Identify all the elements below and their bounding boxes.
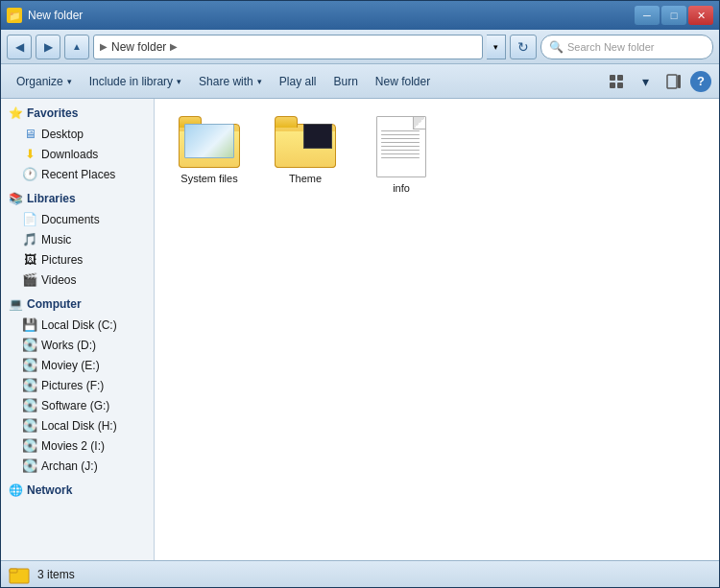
burn-label: Burn <box>333 75 357 88</box>
help-button[interactable]: ? <box>690 71 711 92</box>
include-library-button[interactable]: Include in library ▾ <box>82 68 189 95</box>
up-button[interactable]: ▲ <box>64 35 89 59</box>
preview-pane-button[interactable] <box>661 69 686 94</box>
sidebar-item-software-g[interactable]: 💽 Software (G:) <box>1 395 154 415</box>
favorites-section: ⭐ Favorites 🖥 Desktop ⬇ Downloads 🕐 Rece… <box>1 103 154 184</box>
share-with-arrow: ▾ <box>257 77 262 86</box>
recent-icon: 🕐 <box>22 167 37 181</box>
favorites-label: Favorites <box>27 106 78 120</box>
disk-h-icon: 💽 <box>22 418 37 433</box>
path-label: New folder <box>111 40 166 54</box>
doc-line-1 <box>381 130 420 131</box>
svg-rect-3 <box>617 82 623 88</box>
doc-line-4 <box>381 142 420 143</box>
computer-header[interactable]: 💻 Computer <box>1 294 154 315</box>
statusbar-folder-icon <box>9 564 30 585</box>
downloads-label: Downloads <box>41 148 98 161</box>
path-arrow-root: ▶ <box>100 41 108 52</box>
sidebar-item-local-h[interactable]: 💽 Local Disk (H:) <box>1 415 154 435</box>
sidebar-item-downloads[interactable]: ⬇ Downloads <box>1 144 154 164</box>
include-library-arrow: ▾ <box>177 77 181 86</box>
close-button[interactable]: ✕ <box>688 6 713 25</box>
libraries-icon: 📚 <box>9 192 23 205</box>
disk-g-icon: 💽 <box>22 398 37 412</box>
svg-rect-2 <box>610 82 615 88</box>
sidebar-item-documents[interactable]: 📄 Documents <box>1 209 154 229</box>
minimize-button[interactable]: ─ <box>635 6 660 25</box>
sidebar-item-desktop[interactable]: 🖥 Desktop <box>1 124 154 144</box>
file-theme[interactable]: Theme <box>262 110 348 200</box>
share-with-button[interactable]: Share with ▾ <box>191 68 270 95</box>
network-label: Network <box>27 483 72 497</box>
refresh-button[interactable]: ↻ <box>510 35 537 59</box>
theme-label: Theme <box>289 172 322 185</box>
preview-icon <box>666 74 682 89</box>
moviey-e-label: Moviey (E:) <box>41 359 100 372</box>
view-dropdown-button[interactable]: ▾ <box>633 69 658 94</box>
desktop-label: Desktop <box>41 128 84 141</box>
disk-i-icon: 💽 <box>22 438 37 453</box>
theme-folder-tab <box>275 116 298 128</box>
play-all-button[interactable]: Play all <box>272 68 324 95</box>
forward-button[interactable]: ▶ <box>36 35 60 59</box>
music-icon: 🎵 <box>22 232 37 247</box>
network-header[interactable]: 🌐 Network <box>1 480 154 501</box>
sidebar-item-videos[interactable]: 🎬 Videos <box>1 270 154 290</box>
address-dropdown-button[interactable]: ▾ <box>487 35 506 59</box>
new-folder-button[interactable]: New folder <box>368 68 438 95</box>
disk-f-icon: 💽 <box>22 378 37 392</box>
search-box[interactable]: 🔍 Search New folder <box>540 35 713 59</box>
sidebar-item-movies2-i[interactable]: 💽 Movies 2 (I:) <box>1 435 154 456</box>
network-icon: 🌐 <box>9 483 23 497</box>
doc-lines <box>381 130 420 158</box>
favorites-header[interactable]: ⭐ Favorites <box>1 103 154 124</box>
network-section: 🌐 Network <box>1 480 154 501</box>
toolbar: Organize ▾ Include in library ▾ Share wi… <box>1 64 719 99</box>
sidebar-item-local-c[interactable]: 💾 Local Disk (C:) <box>1 315 154 335</box>
folder-img-overlay <box>184 124 234 158</box>
pictures-icon: 🖼 <box>22 252 37 267</box>
include-library-label: Include in library <box>89 75 173 88</box>
back-button[interactable]: ◀ <box>7 35 32 59</box>
pictures-f-label: Pictures (F:) <box>41 379 104 392</box>
search-icon: 🔍 <box>549 40 564 54</box>
desktop-icon: 🖥 <box>22 127 37 141</box>
address-path[interactable]: ▶ New folder ▶ <box>93 35 483 59</box>
sidebar-item-archan-j[interactable]: 💽 Archan (J:) <box>1 456 154 476</box>
recent-label: Recent Places <box>41 168 115 181</box>
sidebar-item-pictures-f[interactable]: 💽 Pictures (F:) <box>1 375 154 395</box>
libraries-header[interactable]: 📚 Libraries <box>1 188 154 209</box>
libraries-label: Libraries <box>27 192 76 205</box>
file-info[interactable]: info <box>358 110 444 200</box>
disk-c-icon: 💾 <box>22 318 37 332</box>
play-all-label: Play all <box>279 75 317 88</box>
info-label: info <box>393 181 410 195</box>
system-files-folder-icon <box>179 116 240 168</box>
maximize-button[interactable]: □ <box>661 6 686 25</box>
sidebar-item-recent[interactable]: 🕐 Recent Places <box>1 164 154 184</box>
sidebar-item-music[interactable]: 🎵 Music <box>1 229 154 249</box>
pictures-label: Pictures <box>41 253 83 267</box>
sidebar-item-pictures[interactable]: 🖼 Pictures <box>1 249 154 270</box>
new-folder-label: New folder <box>375 75 430 88</box>
theme-folder-icon <box>275 116 336 168</box>
music-label: Music <box>41 233 71 247</box>
titlebar-left: 📁 New folder <box>7 8 83 23</box>
videos-icon: 🎬 <box>22 272 37 287</box>
organize-button[interactable]: Organize ▾ <box>9 68 80 95</box>
computer-section: 💻 Computer 💾 Local Disk (C:) 💽 Works (D:… <box>1 294 154 476</box>
archan-j-label: Archan (J:) <box>41 459 98 473</box>
share-with-label: Share with <box>199 75 253 88</box>
titlebar-buttons: ─ □ ✕ <box>635 6 713 25</box>
doc-line-2 <box>381 134 420 135</box>
doc-line-3 <box>381 138 420 139</box>
view-change-button[interactable] <box>604 69 629 94</box>
sidebar-item-works-d[interactable]: 💽 Works (D:) <box>1 335 154 355</box>
file-system-files[interactable]: System files <box>166 110 252 200</box>
burn-button[interactable]: Burn <box>325 68 365 95</box>
local-c-label: Local Disk (C:) <box>41 318 117 332</box>
folder-title-icon: 📁 <box>7 8 22 23</box>
organize-label: Organize <box>16 75 63 88</box>
sidebar-item-moviey-e[interactable]: 💽 Moviey (E:) <box>1 355 154 375</box>
downloads-icon: ⬇ <box>22 147 37 161</box>
